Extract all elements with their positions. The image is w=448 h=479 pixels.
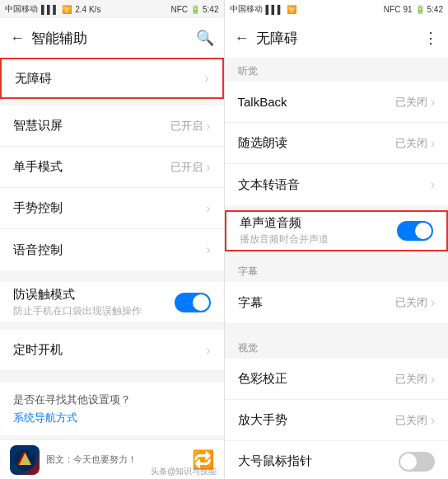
talkback-status: 已关闭 xyxy=(395,95,427,110)
large-cursor-toggle[interactable] xyxy=(399,452,435,472)
read-aloud-status: 已关闭 xyxy=(395,136,427,151)
bottom-link[interactable]: 系统导航方式 xyxy=(13,411,211,425)
mono-audio-toggle[interactable] xyxy=(397,221,433,241)
list-item-tts[interactable]: 文本转语音 › xyxy=(225,164,449,205)
timer-title: 定时开机 xyxy=(13,342,203,358)
right-battery-icon: 🔋 xyxy=(415,5,425,14)
right-section-subtitle: 字幕 已关闭 › xyxy=(225,282,449,323)
right-section-hearing: TalkBack 已关闭 › 随选朗读 已关闭 › 文本转语音 › xyxy=(225,82,449,205)
left-battery-icon: 🔋 xyxy=(190,5,200,14)
left-signal: ▌▌▌ xyxy=(41,5,58,14)
watermark-logo xyxy=(10,445,40,475)
section-label-visual: 视觉 xyxy=(225,335,449,359)
read-aloud-arrow: › xyxy=(431,136,435,151)
list-item-gesture[interactable]: 手势控制 › xyxy=(0,188,224,229)
right-signal: ▌▌▌ xyxy=(266,5,283,14)
list-item-large-cursor[interactable]: 大号鼠标指针 xyxy=(225,441,449,479)
magnify-status: 已关闭 xyxy=(395,413,427,428)
list-item-subtitle[interactable]: 字幕 已关闭 › xyxy=(225,282,449,323)
left-watermark-bar: 图文：今天也要努力！ 🔁 头条@知识与技能 xyxy=(0,439,224,479)
right-divider-1 xyxy=(225,251,449,258)
left-carrier: 中国移动 xyxy=(5,3,38,15)
right-nfc: NFC xyxy=(384,5,401,14)
color-correct-title: 色彩校正 xyxy=(238,371,395,387)
wuzhangai-arrow: › xyxy=(204,71,208,86)
right-status-right: NFC 91 🔋 5:42 xyxy=(384,5,443,14)
list-item-zhihui[interactable]: 智慧识屏 已开启 › xyxy=(0,106,224,147)
voice-arrow: › xyxy=(206,242,210,257)
magnify-arrow: › xyxy=(431,413,435,428)
list-item-read-aloud[interactable]: 随选朗读 已关闭 › xyxy=(225,123,449,164)
right-status-left: 中国移动 ▌▌▌ 🛜 xyxy=(230,3,296,15)
left-status-bar: 中国移动 ▌▌▌ 🛜 2.4 K/s NFC 🔋 5:42 xyxy=(0,0,224,18)
right-scroll: 听觉 TalkBack 已关闭 › 随选朗读 已关闭 › 文本转语音 › xyxy=(225,58,449,479)
color-correct-status: 已关闭 xyxy=(395,372,427,387)
large-cursor-title: 大号鼠标指针 xyxy=(238,453,399,469)
left-header: ← 智能辅助 🔍 xyxy=(0,18,224,58)
divider-3 xyxy=(0,323,224,330)
anti-touch-title: 防误触模式 xyxy=(13,287,175,303)
left-back-button[interactable]: ← xyxy=(10,30,25,47)
left-status-right: NFC 🔋 5:42 xyxy=(170,5,218,14)
right-status-bar: 中国移动 ▌▌▌ 🛜 NFC 91 🔋 5:42 xyxy=(225,0,449,18)
left-bottom-section: 是否在寻找其他设置项？ 系统导航方式 xyxy=(0,383,224,435)
wuzhangai-title: 无障碍 xyxy=(15,71,201,87)
list-item-anti-touch[interactable]: 防误触模式 防止手机在口袋出现误触操作 xyxy=(0,282,224,323)
list-item-timer[interactable]: 定时开机 › xyxy=(0,330,224,371)
right-header: ← 无障碍 ⋮ xyxy=(225,18,449,58)
wuzhangai-item[interactable]: 无障碍 › xyxy=(0,58,224,99)
subtitle-status: 已关闭 xyxy=(395,295,427,310)
left-search-button[interactable]: 🔍 xyxy=(196,29,214,47)
mono-audio-item[interactable]: 单声道音频 播放音频时合并声道 xyxy=(225,210,449,251)
right-wifi-icon: 🛜 xyxy=(287,5,296,14)
magnify-title: 放大手势 xyxy=(238,412,395,428)
left-wifi-icon: 🛜 xyxy=(62,5,72,14)
gesture-arrow: › xyxy=(206,201,210,216)
left-speed: 2.4 K/s xyxy=(75,5,100,14)
divider-2 xyxy=(0,275,224,282)
right-section-visual: 色彩校正 已关闭 › 放大手势 已关闭 › 大号鼠标指针 颜色反转 xyxy=(225,359,449,479)
divider-4 xyxy=(0,371,224,378)
left-panel: 中国移动 ▌▌▌ 🛜 2.4 K/s NFC 🔋 5:42 ← 智能辅助 🔍 无… xyxy=(0,0,224,479)
right-time: 5:42 xyxy=(427,5,443,14)
zhihui-title: 智慧识屏 xyxy=(13,118,170,134)
mono-audio-subtitle: 播放音频时合并声道 xyxy=(240,232,398,247)
right-more-button[interactable]: ⋮ xyxy=(423,29,438,47)
logo-svg xyxy=(13,448,36,472)
anti-touch-toggle[interactable] xyxy=(175,293,211,312)
left-scroll: 无障碍 › 智慧识屏 已开启 › 单手模式 已开启 › xyxy=(0,58,224,439)
timer-arrow: › xyxy=(206,343,210,358)
color-correct-arrow: › xyxy=(431,372,435,387)
bottom-question: 是否在寻找其他设置项？ xyxy=(13,392,211,407)
divider-1 xyxy=(0,99,224,106)
talkback-arrow: › xyxy=(431,95,435,110)
list-item-voice[interactable]: 语音控制 › xyxy=(0,229,224,270)
author-tag: 头条@知识与技能 xyxy=(151,466,217,477)
talkback-title: TalkBack xyxy=(238,95,395,109)
right-title: 无障碍 xyxy=(256,29,418,48)
list-item-talkback[interactable]: TalkBack 已关闭 › xyxy=(225,82,449,123)
section-label-hearing: 听觉 xyxy=(225,58,449,82)
tts-title: 文本转语音 xyxy=(238,177,427,193)
single-hand-status: 已开启 xyxy=(170,160,203,175)
list-item-single-hand[interactable]: 单手模式 已开启 › xyxy=(0,147,224,188)
right-panel: 中国移动 ▌▌▌ 🛜 NFC 91 🔋 5:42 ← 无障碍 ⋮ 听觉 Talk… xyxy=(225,0,449,479)
left-title: 智能辅助 xyxy=(31,29,189,48)
read-aloud-title: 随选朗读 xyxy=(238,135,395,151)
right-carrier: 中国移动 xyxy=(230,3,263,15)
zhihui-status: 已开启 xyxy=(170,119,203,134)
left-time: 5:42 xyxy=(203,5,218,14)
subtitle-arrow: › xyxy=(431,295,435,310)
tts-arrow: › xyxy=(431,177,435,192)
voice-title: 语音控制 xyxy=(13,242,203,258)
right-back-button[interactable]: ← xyxy=(235,30,250,47)
mono-audio-title: 单声道音频 xyxy=(240,215,398,231)
left-nfc: NFC xyxy=(170,5,188,14)
watermark-text: 图文：今天也要努力！ xyxy=(46,453,185,466)
list-item-color-correct[interactable]: 色彩校正 已关闭 › xyxy=(225,359,449,400)
anti-touch-subtitle: 防止手机在口袋出现误触操作 xyxy=(13,304,175,318)
gesture-title: 手势控制 xyxy=(13,200,203,216)
zhihui-arrow: › xyxy=(206,119,210,134)
list-item-magnify[interactable]: 放大手势 已关闭 › xyxy=(225,400,449,441)
watermark-main-text: 图文：今天也要努力！ xyxy=(46,453,185,466)
